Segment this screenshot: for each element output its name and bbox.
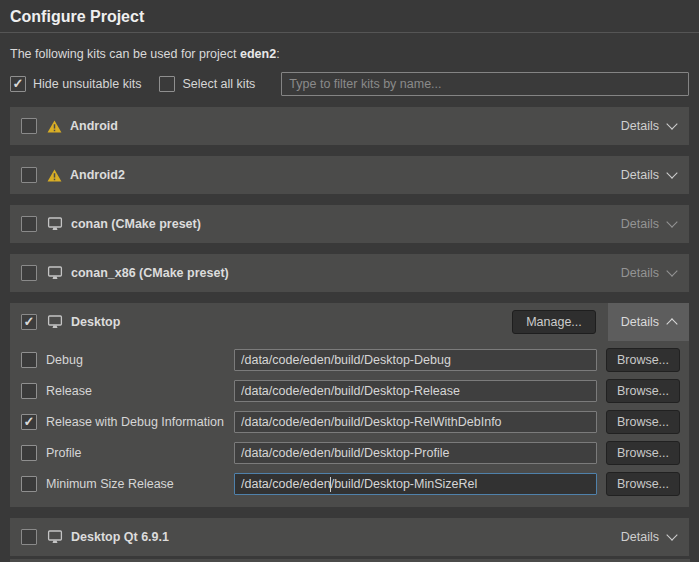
- chevron-down-icon: [666, 265, 677, 276]
- path-field-wrap: [234, 442, 597, 464]
- kit-name: Desktop: [71, 315, 120, 329]
- build-config-list: Debug Browse... Release Browse...: [10, 341, 689, 507]
- config-label: Debug: [46, 353, 83, 367]
- details-toggle-android[interactable]: Details: [608, 107, 689, 145]
- details-toggle-android2[interactable]: Details: [608, 156, 689, 194]
- details-label: Details: [621, 315, 659, 329]
- browse-button-debug[interactable]: Browse...: [606, 348, 680, 372]
- kit-name: Android: [70, 119, 118, 133]
- browse-button-release[interactable]: Browse...: [606, 379, 680, 403]
- kit-checkbox-conan-x86[interactable]: [21, 265, 37, 281]
- chevron-up-icon: [666, 318, 677, 329]
- kit-name: conan (CMake preset): [71, 217, 201, 231]
- kit-row-desktop: Desktop Manage... Details: [10, 303, 689, 341]
- build-dir-input-release[interactable]: [234, 380, 597, 402]
- details-toggle-conan[interactable]: Details: [608, 205, 689, 243]
- kit-name: Desktop Qt 6.9.1: [71, 530, 169, 544]
- config-checkbox-minsizerel[interactable]: [21, 476, 37, 492]
- path-field-wrap: [234, 411, 597, 433]
- chevron-down-icon: [666, 529, 677, 540]
- kit-checkbox-desktop-qt[interactable]: [21, 529, 37, 545]
- select-all-kits-option[interactable]: Select all kits: [159, 76, 255, 92]
- build-config-row-release: Release Browse...: [10, 375, 689, 406]
- details-toggle-conan-x86[interactable]: Details: [608, 254, 689, 292]
- build-config-row-debug: Debug Browse...: [10, 344, 689, 375]
- details-label: Details: [621, 530, 659, 544]
- config-label: Release with Debug Information: [46, 415, 224, 429]
- chevron-down-icon: [666, 118, 677, 129]
- description-colon: :: [276, 47, 279, 61]
- hide-unsuitable-label: Hide unsuitable kits: [33, 77, 141, 91]
- config-checkbox-release[interactable]: [21, 383, 37, 399]
- kit-name: conan_x86 (CMake preset): [71, 266, 229, 280]
- config-checkbox-relwithdebinfo[interactable]: [21, 414, 37, 430]
- chevron-down-icon: [666, 167, 677, 178]
- desktop-icon: [47, 217, 63, 231]
- config-label: Minimum Size Release: [46, 477, 174, 491]
- config-label: Release: [46, 384, 92, 398]
- build-dir-input-minsizerel[interactable]: [234, 473, 597, 495]
- kit-row-conan-x86: conan_x86 (CMake preset) Details: [10, 254, 689, 292]
- kits-description: The following kits can be used for proje…: [10, 47, 689, 61]
- kit-row-android: Android Details: [10, 107, 689, 145]
- build-config-row-relwithdebinfo: Release with Debug Information Browse...: [10, 406, 689, 437]
- details-label: Details: [621, 217, 659, 231]
- select-all-checkbox[interactable]: [159, 76, 175, 92]
- path-field-wrap: [234, 349, 597, 371]
- kit-row-android2: Android2 Details: [10, 156, 689, 194]
- kit-name: Android2: [70, 168, 125, 182]
- build-dir-input-relwithdebinfo[interactable]: [234, 411, 597, 433]
- kit-checkbox-android2[interactable]: [21, 167, 37, 183]
- warning-icon: [47, 169, 62, 182]
- desktop-icon: [47, 530, 63, 544]
- chevron-down-icon: [666, 216, 677, 227]
- manage-kits-button[interactable]: Manage...: [512, 310, 596, 334]
- configure-project-pane: Configure Project The following kits can…: [0, 0, 699, 562]
- kit-list: Android Details Android2 Details: [10, 107, 689, 556]
- kit-checkbox-desktop[interactable]: [21, 314, 37, 330]
- build-dir-input-debug[interactable]: [234, 349, 597, 371]
- build-config-row-profile: Profile Browse...: [10, 437, 689, 468]
- desktop-icon: [47, 266, 63, 280]
- config-checkbox-profile[interactable]: [21, 445, 37, 461]
- kit-section-desktop: Desktop Manage... Details Debug: [10, 303, 689, 507]
- build-config-row-minsizerel: Minimum Size Release Browse...: [10, 468, 689, 499]
- path-field-wrap: [234, 473, 597, 495]
- kit-row-conan: conan (CMake preset) Details: [10, 205, 689, 243]
- hide-unsuitable-kits-option[interactable]: Hide unsuitable kits: [10, 76, 141, 92]
- warning-icon: [47, 120, 62, 133]
- details-label: Details: [621, 266, 659, 280]
- select-all-label: Select all kits: [182, 77, 255, 91]
- kit-checkbox-conan[interactable]: [21, 216, 37, 232]
- filter-row: Hide unsuitable kits Select all kits: [10, 72, 689, 96]
- description-text: The following kits can be used for proje…: [10, 47, 240, 61]
- details-toggle-desktop-qt[interactable]: Details: [608, 518, 689, 556]
- details-label: Details: [621, 168, 659, 182]
- build-dir-input-profile[interactable]: [234, 442, 597, 464]
- path-field-wrap: [234, 380, 597, 402]
- hide-unsuitable-checkbox[interactable]: [10, 76, 26, 92]
- browse-button-relwithdebinfo[interactable]: Browse...: [606, 410, 680, 434]
- kit-row-desktop-qt: Desktop Qt 6.9.1 Details: [10, 518, 689, 556]
- desktop-icon: [47, 315, 63, 329]
- config-label: Profile: [46, 446, 81, 460]
- project-name: eden2: [240, 47, 276, 61]
- details-label: Details: [621, 119, 659, 133]
- kit-checkbox-android[interactable]: [21, 118, 37, 134]
- text-cursor: [330, 477, 331, 492]
- config-checkbox-debug[interactable]: [21, 352, 37, 368]
- browse-button-profile[interactable]: Browse...: [606, 441, 680, 465]
- kit-filter-input[interactable]: [281, 72, 689, 96]
- page-title: Configure Project: [0, 0, 699, 33]
- browse-button-minsizerel[interactable]: Browse...: [606, 472, 680, 496]
- details-toggle-desktop[interactable]: Details: [608, 303, 689, 341]
